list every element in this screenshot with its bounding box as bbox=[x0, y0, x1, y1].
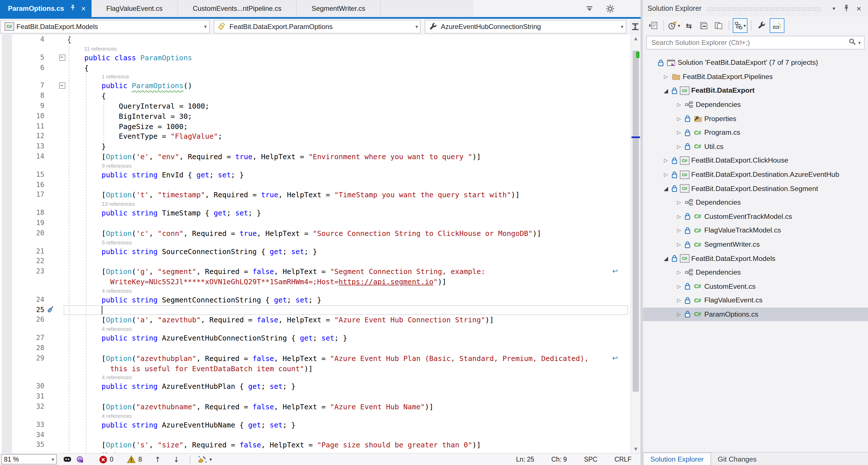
code-line-21[interactable]: 21 public string SourceConnectionString … bbox=[0, 246, 630, 257]
code-line-28[interactable]: 28 bbox=[0, 343, 630, 353]
tree-item-customeventtrackmodel-cs[interactable]: ▷C#CustomEventTrackModel.cs bbox=[643, 210, 868, 223]
warning-icon[interactable] bbox=[127, 455, 136, 463]
error-count[interactable]: 0 bbox=[110, 456, 114, 463]
codelens-references[interactable]: 4 references bbox=[0, 374, 630, 382]
code-line-31[interactable]: 31 bbox=[0, 392, 630, 402]
scroll-down-icon[interactable]: ▼ bbox=[631, 447, 641, 452]
chevron-collapsed-icon[interactable]: ▷ bbox=[675, 130, 683, 135]
search-box[interactable]: ▾ bbox=[646, 36, 865, 50]
drag-grip[interactable] bbox=[707, 7, 820, 11]
code-line-32[interactable]: 32 [Option("azevthubname", Required = fa… bbox=[0, 402, 630, 412]
code-line-wrap[interactable]: WriteKey=NUc5S2Jl*****xOVN1eGhLQ29T**1Sa… bbox=[0, 277, 630, 287]
code-line-11[interactable]: 11 PageSize = 1000; bbox=[0, 121, 630, 132]
collapse-all-icon[interactable] bbox=[697, 19, 711, 32]
search-icon[interactable] bbox=[849, 38, 856, 47]
tree-item-featbit-dataexport-models[interactable]: ◢C#FeatBit.DataExport.Models bbox=[643, 252, 868, 266]
tab-paramoptions-cs[interactable]: ParamOptions.cs× bbox=[0, 0, 92, 17]
chevron-collapsed-icon[interactable]: ▷ bbox=[675, 270, 683, 275]
line-indicator[interactable]: Ln: 25 bbox=[516, 456, 534, 463]
codelens-references[interactable]: 4 references bbox=[0, 325, 630, 333]
fold-margin[interactable] bbox=[57, 53, 67, 63]
codelens-references[interactable]: 4 references bbox=[0, 412, 630, 420]
code-line-16[interactable]: 16 bbox=[0, 180, 630, 190]
tree-item-util-cs[interactable]: ▷C#Util.cs bbox=[643, 140, 868, 154]
chevron-collapsed-icon[interactable]: ▷ bbox=[675, 116, 683, 121]
code-line-7[interactable]: 7 public ParamOptions() bbox=[0, 81, 630, 91]
code-line-13[interactable]: 13 } bbox=[0, 142, 630, 152]
code-line-33[interactable]: 33 public string AzureEventHubName { get… bbox=[0, 420, 630, 430]
code-line-9[interactable]: 9 QueryInterval = 1000; bbox=[0, 101, 630, 112]
tree-item-customevent-cs[interactable]: ▷C#CustomEvent.cs bbox=[643, 279, 868, 293]
code-line-14[interactable]: 14 [Option('e', "env", Required = true, … bbox=[0, 152, 630, 162]
warning-count[interactable]: 8 bbox=[138, 456, 142, 463]
tree-item-featbit-dataexport-clickhouse[interactable]: ▷C#FeatBit.DataExport.ClickHouse bbox=[643, 154, 868, 167]
chevron-collapsed-icon[interactable]: ▷ bbox=[675, 199, 683, 205]
code-line-4[interactable]: 4{ bbox=[0, 35, 630, 45]
tree-item-flagvaluetrackmodel-cs[interactable]: ▷C#FlagValueTrackModel.cs bbox=[643, 223, 868, 237]
preview-selected-items-icon[interactable] bbox=[770, 18, 784, 33]
code-line-19[interactable]: 19 bbox=[0, 218, 630, 228]
switch-views-icon[interactable] bbox=[646, 19, 660, 32]
chevron-expanded-icon[interactable]: ◢ bbox=[662, 88, 670, 94]
code-line-20[interactable]: 20 [Option('c', "conn", Required = true,… bbox=[0, 228, 630, 239]
fold-margin[interactable] bbox=[57, 81, 67, 91]
type-dropdown[interactable]: FeatBit.DataExport.ParamOptions ▾ bbox=[213, 20, 421, 33]
panel-tab-git-changes[interactable]: Git Changes bbox=[711, 453, 764, 465]
codelens-references[interactable]: 1 reference bbox=[0, 73, 630, 81]
chevron-collapsed-icon[interactable]: ▷ bbox=[675, 214, 683, 219]
chevron-collapsed-icon[interactable]: ▷ bbox=[662, 172, 670, 177]
tree-item-paramoptions-cs[interactable]: ▷C#ParamOptions.cs bbox=[643, 307, 868, 321]
chevron-collapsed-icon[interactable]: ▷ bbox=[675, 228, 683, 234]
code-line-10[interactable]: 10 BigInterval = 30; bbox=[0, 112, 630, 122]
preview-docs-icon[interactable] bbox=[712, 19, 725, 32]
suggestion-icon[interactable] bbox=[75, 455, 84, 463]
tab-list-dropdown-icon[interactable] bbox=[585, 3, 594, 13]
properties-wrench-icon[interactable] bbox=[755, 19, 769, 32]
code-line-6[interactable]: 6 { bbox=[0, 63, 630, 73]
panel-title-bar[interactable]: Solution Explorer ▾ × bbox=[643, 0, 868, 17]
codelens-references[interactable]: 12 references bbox=[0, 450, 630, 453]
chevron-collapsed-icon[interactable]: ▷ bbox=[675, 102, 683, 107]
scrollbar-thumb[interactable] bbox=[633, 51, 639, 392]
chevron-collapsed-icon[interactable]: ▷ bbox=[675, 242, 683, 247]
code-cleanup-dropdown-icon[interactable]: ▾ bbox=[210, 457, 212, 462]
code-line-29[interactable]: 29 [Option("azevthubplan", Required = fa… bbox=[0, 353, 630, 364]
close-icon[interactable]: × bbox=[855, 3, 864, 13]
pending-changes-filter-icon[interactable]: ▾ bbox=[668, 19, 681, 32]
code-cleanup-icon[interactable] bbox=[197, 455, 207, 464]
tree-item-featbit-dataexport[interactable]: ◢C#FeatBit.DataExport bbox=[643, 84, 868, 97]
tree-item-featbit-dataexport-pipelines[interactable]: ▷FeatBit.DataExport.Pipelines bbox=[643, 70, 868, 84]
tree-item-featbit-dataexport-destination-azureeventhub[interactable]: ▷C#FeatBit.DataExport.Destination.AzureE… bbox=[643, 168, 868, 182]
code-line-25[interactable]: 25 bbox=[0, 305, 630, 315]
code-line-34[interactable]: 34 bbox=[0, 430, 630, 440]
code-line-26[interactable]: 26 [Option('a', "azevthub", Required = f… bbox=[0, 315, 630, 326]
tree-item-featbit-dataexport-destination-segment[interactable]: ◢C#FeatBit.DataExport.Destination.Segmen… bbox=[643, 182, 868, 195]
copilot-icon[interactable] bbox=[63, 455, 72, 463]
code-line-27[interactable]: 27 public string AzureEventHubConnection… bbox=[0, 333, 630, 343]
split-editor-button[interactable] bbox=[630, 20, 640, 33]
sync-with-active-document-icon[interactable]: ⇆ bbox=[682, 19, 696, 32]
spaces-indicator[interactable]: SPC bbox=[584, 456, 597, 463]
panel-splitter[interactable] bbox=[641, 0, 643, 465]
tab-segmentwriter-cs[interactable]: SegmentWriter.cs bbox=[297, 0, 380, 17]
code-line-23[interactable]: 23 [Option('g', "segment", Required = fa… bbox=[0, 267, 630, 277]
chevron-collapsed-icon[interactable]: ▷ bbox=[662, 158, 670, 163]
codelens-references[interactable]: 13 references bbox=[0, 200, 630, 208]
tab-well-gear-icon[interactable] bbox=[606, 3, 615, 13]
tree-item-flagvalueevent-cs[interactable]: ▷C#FlagValueEvent.cs bbox=[643, 293, 868, 307]
column-indicator[interactable]: Ch: 9 bbox=[551, 456, 567, 463]
pin-icon[interactable] bbox=[842, 3, 851, 13]
code-line-8[interactable]: 8 { bbox=[0, 91, 630, 101]
search-options-dropdown-icon[interactable]: ▾ bbox=[858, 40, 861, 45]
code-line-15[interactable]: 15 public string EnvId { get; set; } bbox=[0, 170, 630, 180]
codelens-references[interactable]: 9 references bbox=[0, 162, 630, 170]
previous-issue-icon[interactable]: ↑ bbox=[155, 455, 161, 464]
collapse-region-icon[interactable] bbox=[59, 55, 65, 61]
tree-item-dependencies[interactable]: ▷Dependencies bbox=[643, 266, 868, 279]
code-line-30[interactable]: 30 public string AzureEventHubPlan { get… bbox=[0, 382, 630, 392]
code-line-35[interactable]: 35 [Option('s', "size", Required = false… bbox=[0, 440, 630, 451]
code-line-17[interactable]: 17 [Option('t', "timestamp", Required = … bbox=[0, 190, 630, 200]
chevron-collapsed-icon[interactable]: ▷ bbox=[662, 74, 670, 80]
tree-item-dependencies[interactable]: ▷Dependencies bbox=[643, 98, 868, 112]
codelens-references[interactable]: 11 references bbox=[0, 45, 630, 53]
